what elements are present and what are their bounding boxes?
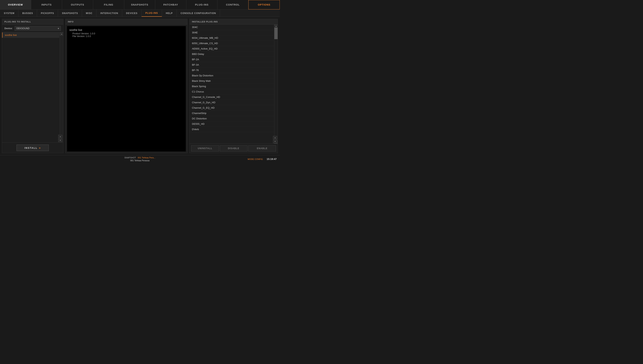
installed-item-black-spring[interactable]: Black Spring	[190, 84, 274, 89]
mode-value: CONFIG	[255, 158, 263, 160]
plugin-install-list: soothe live	[2, 32, 63, 134]
device-select-wrapper[interactable]: OEKSOUND	[15, 26, 61, 31]
plugin-item-soothe-live[interactable]: soothe live	[2, 32, 59, 38]
installed-item-bf2a[interactable]: BF-2A	[190, 57, 274, 62]
tab-busses[interactable]: BUSSES	[19, 10, 37, 17]
installed-plugins-header: INSTALLED PLUG-INS	[190, 19, 278, 24]
nav-outputs[interactable]: OUTPUTS	[62, 0, 93, 10]
info-header: INFO	[66, 19, 187, 24]
nav-control[interactable]: CONTROL	[218, 0, 249, 10]
right-list-scrollbar[interactable]: ▲ ▼	[274, 24, 278, 144]
installed-item-bbd[interactable]: BBD Delay	[190, 52, 274, 57]
tab-system[interactable]: SYSTEM	[0, 10, 19, 17]
installed-item-6034[interactable]: 6034_Ultimate_MB_HD	[190, 35, 274, 41]
installed-item-304c[interactable]: 304C	[190, 24, 274, 30]
plugins-to-install-header: PLUG-INS TO INSTALL	[2, 19, 63, 24]
installed-plugins-list: 304C 304E 6034_Ultimate_MB_HD 6050_Ultim…	[190, 24, 278, 132]
device-select[interactable]: OEKSOUND	[15, 26, 61, 31]
nav-plugins[interactable]: PLUG-INS	[186, 0, 218, 10]
info-file-version: File Version: 1.0.0	[73, 35, 184, 38]
installed-item-dc-distortion[interactable]: DC Distortion	[190, 116, 274, 121]
main-content: PLUG-INS TO INSTALL Device: OEKSOUND soo…	[0, 17, 280, 155]
tab-interaction[interactable]: INTERACTION	[97, 10, 122, 17]
center-panel: INFO soothe live Product Version: 1.0.0 …	[65, 19, 188, 153]
installed-item-channel-g-eq[interactable]: Channel_G_EQ_HD	[190, 105, 274, 110]
installed-item-bf3a[interactable]: BF-3A	[190, 62, 274, 68]
nav-patchbay[interactable]: PATCHBAY	[155, 0, 186, 10]
left-scroll-up[interactable]: ▲	[60, 32, 63, 36]
uninstall-button[interactable]: UNINSTALL	[191, 145, 219, 152]
nav-filing[interactable]: FILING	[93, 0, 124, 10]
info-display: soothe live Product Version: 1.0.0 File …	[67, 26, 186, 152]
info-product-version: Product Version: 1.0.0	[73, 32, 184, 35]
installed-item-c1chorus[interactable]: C1 Chorus	[190, 89, 274, 94]
installed-item-de555[interactable]: DE555_HD	[190, 121, 274, 127]
tab-snapshots[interactable]: SNAPSHOTS	[58, 10, 82, 17]
disable-button[interactable]: DISABLE	[220, 145, 248, 152]
top-nav: OVERVIEW INPUTS OUTPUTS FILING SNAPSHOTS…	[0, 0, 280, 10]
install-arrows: »	[39, 146, 41, 149]
snapshot-label: SNAPSHOT	[124, 156, 136, 159]
status-time: 15:19:47	[267, 158, 277, 160]
install-button[interactable]: INSTALL »	[17, 144, 49, 151]
left-scroll-up-btn[interactable]: ▲	[58, 135, 63, 138]
device-label: Device:	[5, 27, 13, 30]
install-label: INSTALL	[25, 146, 38, 149]
tab-devices[interactable]: DEVICES	[122, 10, 142, 17]
installed-item-304e[interactable]: 304E	[190, 30, 274, 35]
tab-plugins[interactable]: PLUG-INS	[142, 10, 162, 17]
left-panel: PLUG-INS TO INSTALL Device: OEKSOUND soo…	[2, 19, 63, 153]
status-right: MODE CONFIG 15:19:47	[248, 158, 277, 160]
nav-inputs[interactable]: INPUTS	[31, 0, 62, 10]
left-scroll-down-btn[interactable]: ▼	[58, 138, 63, 142]
left-scroll-controls: ▲ ▼	[2, 134, 63, 142]
nav-options[interactable]: OPTIONS	[248, 0, 280, 10]
right-scroll-track	[274, 28, 278, 140]
tab-misc[interactable]: MISC	[82, 10, 97, 17]
tab-console-config[interactable]: CONSOLE CONFIGURATION	[177, 10, 220, 17]
status-snapshot-line: SNAPSHOT 001 Tehkaa Pera...	[124, 156, 155, 159]
left-list-scrollbar[interactable]: ▲	[60, 32, 63, 134]
nav-snapshots[interactable]: SNAPSHOTS	[124, 0, 155, 10]
info-plugin-title: soothe live	[69, 28, 184, 32]
device-row: Device: OEKSOUND	[2, 24, 63, 32]
installed-item-channel-g-console[interactable]: Channel_G_Console_HD	[190, 94, 274, 100]
installed-item-channel-g-dyn[interactable]: Channel_G_Dyn_HD	[190, 100, 274, 105]
right-extra-arrows: ▲ ▼	[273, 136, 278, 144]
tab-pickoffs[interactable]: PICKOFFS	[37, 10, 58, 17]
nav-overview[interactable]: OVERVIEW	[0, 0, 31, 10]
right-arrow-down[interactable]: ▼	[273, 140, 277, 143]
right-arrow-up[interactable]: ▲	[273, 136, 277, 140]
action-buttons: UNINSTALL DISABLE ENABLE	[190, 144, 278, 153]
enable-button[interactable]: ENABLE	[248, 145, 276, 152]
right-scroll-up[interactable]: ▲	[274, 24, 278, 28]
installed-item-ae600[interactable]: AE600_Active_EQ_HD	[190, 46, 274, 52]
status-mode: MODE CONFIG	[248, 158, 263, 160]
install-area: INSTALL »	[2, 142, 63, 153]
second-nav: SYSTEM BUSSES PICKOFFS SNAPSHOTS MISC IN…	[0, 10, 280, 17]
snapshot-value: 001 Tehkaa Pera...	[138, 156, 155, 159]
snapshot-full: 001 Tehkaa Perassa	[130, 159, 150, 162]
installed-item-black-wah[interactable]: Black Shiny Wah	[190, 78, 274, 84]
installed-item-6050[interactable]: 6050_Ultimate_CS_HD	[190, 41, 274, 46]
status-center: SNAPSHOT 001 Tehkaa Pera... 001 Tehkaa P…	[124, 156, 155, 162]
installed-item-channelstrip[interactable]: ChannelStrip	[190, 110, 274, 116]
mode-label: MODE	[248, 158, 254, 160]
installed-item-dverb[interactable]: DVerb	[190, 127, 274, 132]
right-panel: INSTALLED PLUG-INS 304C 304E 6034_Ultima…	[189, 19, 278, 153]
tab-help[interactable]: HELP	[162, 10, 177, 17]
status-bar: SNAPSHOT 001 Tehkaa Pera... 001 Tehkaa P…	[0, 155, 280, 163]
installed-item-black-op[interactable]: Black Op Distortion	[190, 73, 274, 78]
right-scroll-thumb[interactable]	[274, 28, 278, 39]
installed-item-bf76[interactable]: BF-76	[190, 68, 274, 73]
